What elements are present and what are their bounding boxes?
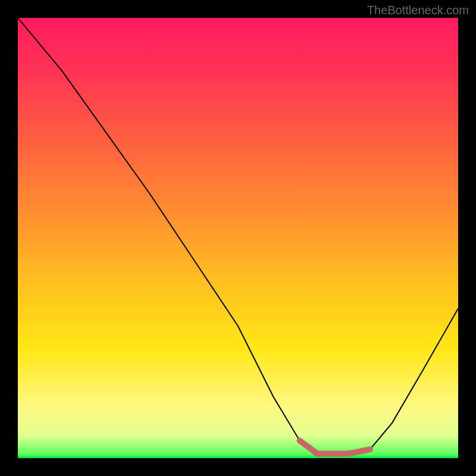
chart-area [18,18,458,458]
watermark-text: TheBottleneck.com [367,4,469,17]
highlight-segment [300,440,370,453]
curve-overlay [18,18,458,458]
bottleneck-curve [18,18,458,454]
